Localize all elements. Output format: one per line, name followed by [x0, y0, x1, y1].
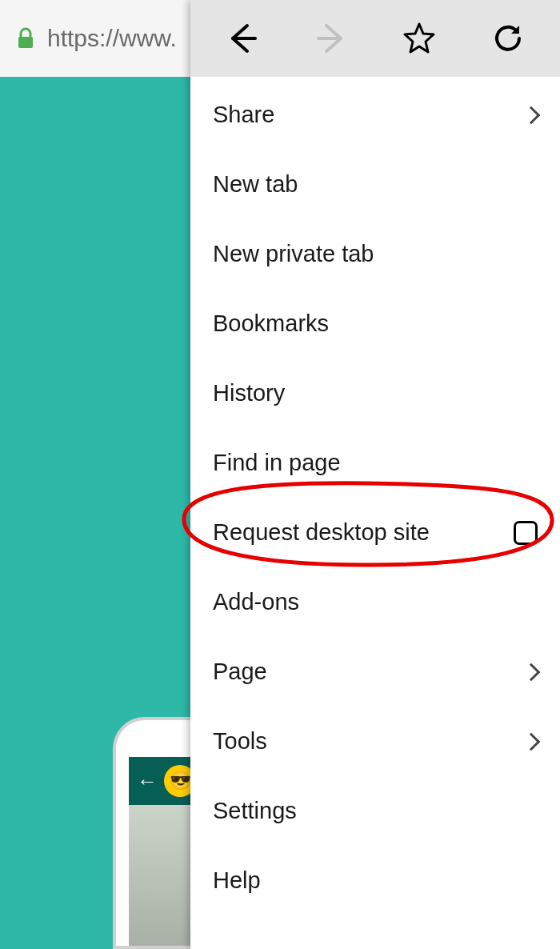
back-icon[interactable] [225, 21, 260, 56]
menu-item-label: Find in page [213, 450, 341, 476]
menu-item-label: Settings [213, 798, 297, 824]
menu-item-label: Request desktop site [213, 519, 430, 546]
browser-menu-panel: Share New tab New private tab Bookmarks … [190, 0, 560, 949]
menu-item-label: History [213, 380, 285, 406]
lock-icon [16, 27, 35, 50]
reload-icon[interactable] [490, 21, 526, 56]
checkbox-icon[interactable] [514, 521, 538, 545]
menu-item-label: Bookmarks [213, 310, 329, 337]
menu-item-page[interactable]: Page [190, 637, 560, 707]
menu-item-label: Help [213, 867, 261, 894]
svg-rect-0 [18, 37, 33, 48]
menu-item-add-ons[interactable]: Add-ons [190, 567, 560, 637]
menu-item-new-tab[interactable]: New tab [190, 150, 560, 219]
menu-item-label: Add-ons [213, 589, 299, 615]
menu-item-label: Tools [213, 728, 267, 755]
star-icon[interactable] [402, 21, 437, 56]
menu-item-label: New tab [213, 171, 298, 198]
menu-item-bookmarks[interactable]: Bookmarks [190, 289, 560, 358]
url-text: https://www. [47, 25, 177, 52]
menu-item-request-desktop-site[interactable]: Request desktop site [190, 498, 560, 567]
back-arrow-icon: ← [137, 769, 158, 794]
menu-item-share[interactable]: Share [190, 80, 560, 150]
chevron-right-icon [522, 663, 541, 681]
menu-list: Share New tab New private tab Bookmarks … [190, 77, 560, 915]
menu-item-label: Page [213, 659, 267, 685]
menu-item-new-private-tab[interactable]: New private tab [190, 219, 560, 289]
menu-item-help[interactable]: Help [190, 846, 560, 915]
menu-item-find-in-page[interactable]: Find in page [190, 428, 560, 498]
menu-item-label: New private tab [213, 241, 374, 267]
chevron-right-icon [522, 732, 541, 751]
menu-toolbar [190, 0, 560, 77]
menu-item-history[interactable]: History [190, 358, 560, 428]
menu-item-tools[interactable]: Tools [190, 707, 560, 776]
forward-icon[interactable] [314, 21, 349, 56]
menu-item-settings[interactable]: Settings [190, 776, 560, 846]
chevron-right-icon [522, 106, 541, 124]
menu-item-label: Share [213, 102, 274, 128]
